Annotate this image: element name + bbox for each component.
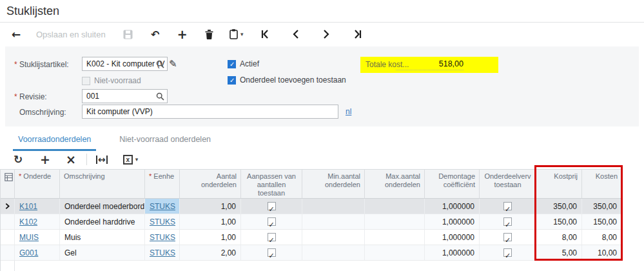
aanpassen-cell[interactable] — [241, 245, 302, 260]
min-aantal-cell[interactable] — [302, 214, 365, 229]
aantal-cell[interactable]: 1,00 — [180, 230, 241, 245]
demontage-cell[interactable]: 1,000000 — [425, 199, 480, 214]
aantal-cell[interactable]: 1,00 — [180, 214, 241, 229]
max-aantal-cell[interactable] — [365, 214, 425, 229]
kostprijs-cell[interactable]: 5,00 — [536, 245, 582, 260]
kosten-cell[interactable]: 8,00 — [582, 230, 622, 245]
kosten-cell[interactable]: 350,00 — [582, 199, 622, 214]
checkbox-checked[interactable] — [268, 217, 276, 226]
demontage-cell[interactable]: 1,000000 — [425, 214, 480, 229]
col-header-omschrijving[interactable]: Omschrijving — [60, 170, 145, 198]
export-excel-icon[interactable]: x▾ — [123, 155, 139, 165]
col-header-max-aantal[interactable]: Max.aantal onderdelen — [365, 170, 425, 198]
tab-niet-voorraad-onderdelen[interactable]: Niet-voorraad onderdelen — [114, 131, 216, 151]
kosten-cell[interactable]: 150,00 — [582, 214, 622, 229]
onderdeel-link[interactable]: K102 — [19, 215, 37, 229]
lookup-icon[interactable] — [156, 92, 164, 103]
save-icon[interactable] — [121, 26, 135, 43]
table-row[interactable]: K102 Onderdeel harddrive STUKS 1,00 1,00… — [1, 214, 621, 230]
omschrijving-label: Omschrijving: — [19, 108, 66, 117]
checkbox-checked[interactable] — [228, 76, 236, 85]
back-icon[interactable]: ← — [9, 26, 23, 43]
kosten-cell[interactable]: 10,00 — [582, 245, 622, 260]
vervanging-cell[interactable] — [480, 230, 536, 245]
checkbox-unchecked[interactable] — [82, 77, 90, 85]
table-row[interactable]: G001 Gel STUKS 2,00 1,000000 5,00 10,00 — [1, 245, 621, 261]
onderdeel-link[interactable]: G001 — [19, 246, 38, 260]
vervanging-cell[interactable] — [480, 199, 536, 214]
save-and-close-button[interactable]: Opslaan en sluiten — [36, 26, 106, 43]
delete-row-icon[interactable]: × — [66, 152, 76, 166]
omschrijving-cell[interactable]: Gel — [60, 245, 145, 260]
kostprijs-cell[interactable]: 150,00 — [536, 214, 582, 229]
min-aantal-cell[interactable] — [302, 230, 365, 245]
col-header-onderdeelverv[interactable]: Onderdeelverv toestaan — [480, 170, 536, 198]
min-aantal-cell[interactable] — [302, 245, 365, 260]
eenheid-link[interactable]: STUKS — [150, 230, 175, 245]
vervanging-cell[interactable] — [480, 245, 536, 260]
lookup-icon[interactable] — [156, 60, 164, 70]
col-header-aantal[interactable]: Aantal onderdelen — [180, 170, 241, 198]
actief-checkbox[interactable]: Actief — [228, 59, 259, 68]
aantal-cell[interactable]: 2,00 — [180, 245, 241, 260]
checkbox-checked[interactable] — [228, 60, 236, 68]
tab-voorraadonderdelen[interactable]: Voorraadonderdelen — [13, 131, 96, 151]
eenheid-link[interactable]: STUKS — [150, 199, 175, 214]
kostprijs-cell[interactable]: 8,00 — [536, 230, 582, 245]
onderdeel-toevoegen-checkbox[interactable]: Onderdeel toevoegen toestaan — [228, 75, 346, 85]
checkbox-checked[interactable] — [503, 248, 512, 257]
locale-link[interactable]: nl — [346, 107, 351, 116]
fit-width-icon[interactable]: ↔ — [96, 154, 108, 165]
eenheid-link[interactable]: STUKS — [150, 215, 175, 229]
omschrijving-cell[interactable]: Onderdeel moederbord — [60, 199, 145, 214]
nav-next-icon[interactable] — [320, 26, 334, 43]
delete-icon[interactable] — [202, 26, 217, 43]
checkbox-checked[interactable] — [503, 217, 512, 226]
refresh-icon[interactable]: ↻ — [13, 153, 23, 166]
add-row-icon[interactable]: + — [40, 152, 50, 166]
vervanging-cell[interactable] — [480, 214, 536, 229]
checkbox-checked[interactable] — [268, 233, 276, 241]
onderdeel-link[interactable]: MUIS — [19, 230, 39, 245]
niet-voorraad-checkbox[interactable]: Niet-voorraad — [82, 76, 141, 85]
col-header-eenheid[interactable]: Eenhe — [145, 170, 180, 198]
col-header-onderdeel[interactable]: Onderde — [15, 170, 60, 198]
revisie-input[interactable]: 001 — [82, 89, 168, 103]
checkbox-checked[interactable] — [503, 233, 512, 241]
col-header-kosten[interactable]: Kosten — [582, 170, 622, 198]
col-header-aanpassen[interactable]: Aanpassen van aantallen toestaan — [241, 170, 302, 198]
nav-last-icon[interactable] — [351, 26, 365, 43]
max-aantal-cell[interactable] — [365, 199, 425, 214]
col-header-min-aantal[interactable]: Min.aantal onderdelen — [302, 170, 365, 198]
stuklijstartikel-input[interactable]: K002 - Kit computer (V — [82, 57, 168, 71]
eenheid-link[interactable]: STUKS — [150, 246, 175, 260]
nav-first-icon[interactable] — [258, 26, 272, 43]
omschrijving-input[interactable]: Kit computer (VVP) — [82, 105, 338, 119]
checkbox-checked[interactable] — [503, 202, 512, 210]
checkbox-checked[interactable] — [268, 202, 276, 210]
max-aantal-cell[interactable] — [365, 245, 425, 260]
max-aantal-cell[interactable] — [365, 230, 425, 245]
onderdeel-link[interactable]: K101 — [19, 199, 37, 214]
demontage-cell[interactable]: 1,000000 — [425, 245, 480, 260]
table-row[interactable]: K101 Onderdeel moederbord STUKS 1,00 1,0… — [1, 199, 621, 214]
clipboard-icon[interactable]: ▾ — [229, 26, 244, 43]
kostprijs-cell[interactable]: 350,00 — [536, 199, 582, 214]
col-header-kostprijs[interactable]: Kostprij — [536, 170, 582, 198]
aanpassen-cell[interactable] — [241, 230, 302, 245]
aanpassen-cell[interactable] — [241, 214, 302, 229]
checkbox-checked[interactable] — [268, 248, 276, 257]
row-settings-icon[interactable] — [1, 170, 15, 198]
edit-pencil-icon[interactable]: ✎ — [169, 58, 177, 70]
demontage-cell[interactable]: 1,000000 — [425, 230, 480, 245]
aantal-cell[interactable]: 1,00 — [180, 199, 241, 214]
min-aantal-cell[interactable] — [302, 199, 365, 214]
aanpassen-cell[interactable] — [241, 199, 302, 214]
table-row[interactable]: MUIS Muis STUKS 1,00 1,000000 8,00 8,00 — [1, 230, 621, 245]
col-header-demontage[interactable]: Demontage coëfficiënt — [425, 170, 480, 198]
omschrijving-cell[interactable]: Muis — [60, 230, 145, 245]
omschrijving-cell[interactable]: Onderdeel harddrive — [60, 214, 145, 229]
add-icon[interactable]: + — [175, 26, 190, 43]
undo-icon[interactable]: ↶ — [148, 26, 162, 43]
nav-prev-icon[interactable] — [289, 26, 303, 43]
